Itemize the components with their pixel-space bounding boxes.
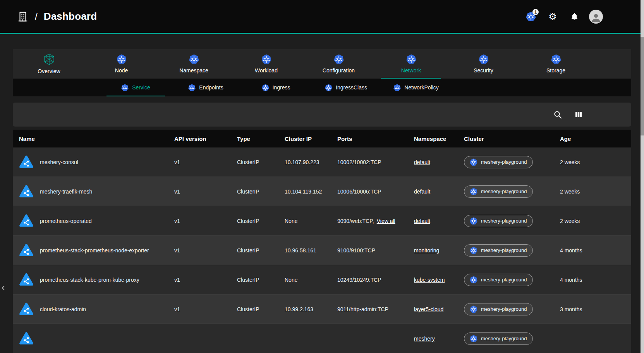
service-icon [19, 302, 34, 317]
view-all-ports-link[interactable]: View all [377, 218, 395, 224]
tab-label: Configuration [323, 67, 355, 74]
table-row[interactable]: prometheus-operated v1 ClusterIP None 90… [13, 206, 631, 236]
resource-tab[interactable]: Security [447, 49, 520, 79]
kubernetes-icon [470, 217, 477, 225]
namespace-link[interactable]: monitoring [414, 247, 439, 254]
resource-tab[interactable]: Configuration [302, 49, 375, 79]
name-cell: prometheus-stack-prometheus-node-exporte… [13, 243, 168, 258]
kubernetes-icon [406, 54, 416, 64]
table-row[interactable]: cloud-kratos-admin v1 ClusterIP 10.99.2.… [13, 295, 631, 324]
sub-tab[interactable]: Endpoints [171, 79, 241, 96]
sub-tab-label: Endpoints [199, 84, 223, 91]
cluster-chip[interactable]: meshery-playground [464, 303, 533, 315]
age-cell: 2 weeks [554, 159, 631, 165]
cluster-cell: meshery-playground [458, 215, 554, 227]
service-icon [19, 214, 34, 228]
sub-tab[interactable]: Ingress [241, 79, 311, 96]
column-header[interactable]: Type [231, 135, 278, 142]
namespace-link[interactable]: kube-system [414, 277, 445, 283]
notifications-button[interactable] [567, 10, 581, 24]
kubernetes-icon [551, 54, 561, 64]
cluster-chip[interactable]: meshery-playground [464, 185, 533, 198]
sub-tab[interactable]: NetworkPolicy [381, 79, 451, 96]
column-header[interactable]: Namespace [408, 135, 458, 142]
resource-tab[interactable]: Overview [13, 49, 85, 79]
cluster-chip[interactable]: meshery-playground [464, 215, 533, 227]
cluster-chip[interactable]: meshery-playground [464, 244, 533, 257]
api-version-cell: v1 [168, 247, 231, 254]
ports-cell: 10006/10006:TCP [331, 188, 408, 195]
mesh-overview-icon [43, 53, 55, 65]
resource-tab[interactable]: Network [375, 49, 447, 79]
settings-button[interactable]: ⚙ [546, 10, 560, 24]
tab-label: Overview [38, 68, 60, 74]
service-icon [19, 243, 34, 258]
dashboard-page: / Dashboard 1 ⚙ Overview [0, 0, 644, 353]
tab-label: Storage [546, 67, 565, 74]
chevron-left-icon [0, 284, 7, 292]
cluster-cell: meshery-playground [458, 185, 554, 198]
namespace-link[interactable]: default [414, 218, 430, 224]
table-row[interactable]: meshery-consul v1 ClusterIP 10.107.90.22… [13, 147, 631, 177]
cluster-chip[interactable]: meshery-playground [464, 332, 533, 345]
namespace-link[interactable]: layer5-cloud [414, 306, 443, 312]
ports-cell: 9090/web:TCP,View all [331, 218, 408, 224]
cluster-ip-cell: 10.96.58.161 [278, 247, 331, 254]
table-header-row: Name API version Type Cluster IP Ports N… [13, 130, 631, 147]
drawer-collapse-button[interactable] [0, 283, 7, 293]
service-name: prometheus-stack-kube-prom-kube-proxy [40, 277, 139, 283]
namespace-cell: layer5-cloud [408, 306, 458, 312]
search-button[interactable] [552, 109, 563, 120]
cluster-chip[interactable]: meshery-playground [464, 156, 533, 168]
column-header[interactable]: API version [168, 135, 231, 142]
sub-tab[interactable]: Service [101, 79, 171, 96]
view-columns-button[interactable] [573, 109, 584, 120]
column-header[interactable]: Name [13, 135, 168, 142]
kubernetes-icon [325, 84, 332, 91]
user-avatar[interactable] [589, 10, 603, 24]
sub-tab[interactable]: IngressClass [311, 79, 381, 96]
resource-tab[interactable]: Workload [230, 49, 302, 79]
namespace-link[interactable]: default [414, 159, 430, 165]
namespace-link[interactable]: default [414, 188, 430, 195]
service-name: meshery-consul [40, 159, 78, 165]
namespace-cell: monitoring [408, 247, 458, 254]
table-body: meshery-consul v1 ClusterIP 10.107.90.22… [13, 147, 631, 353]
gear-icon: ⚙ [548, 12, 557, 21]
page-title: Dashboard [44, 10, 97, 22]
namespace-cell: kube-system [408, 277, 458, 283]
name-cell: meshery-consul [13, 155, 168, 170]
service-name: prometheus-operated [40, 218, 92, 224]
kubernetes-icon [470, 247, 477, 254]
resource-tabs: Overview Node Namespace Workload [13, 49, 631, 79]
organization-icon[interactable] [17, 11, 29, 22]
namespace-cell: default [408, 159, 458, 165]
column-header[interactable]: Cluster [458, 135, 554, 142]
kubernetes-icon [334, 54, 344, 64]
column-header[interactable]: Age [554, 135, 631, 142]
kubernetes-icon [393, 84, 401, 91]
vertical-scrollbar[interactable] [641, 0, 644, 353]
resource-tab[interactable]: Namespace [158, 49, 230, 79]
columns-icon [574, 110, 583, 119]
table-row[interactable]: prometheus-stack-kube-prom-kube-proxy v1… [13, 265, 631, 295]
tab-label: Workload [255, 67, 278, 74]
cluster-chip[interactable]: meshery-playground [464, 274, 533, 286]
column-header[interactable]: Ports [331, 135, 408, 142]
app-bar-actions: 1 ⚙ [524, 10, 603, 24]
table-row[interactable]: prometheus-stack-prometheus-node-exporte… [13, 236, 631, 265]
kubernetes-context-button[interactable]: 1 [524, 10, 538, 24]
resource-tab[interactable]: Storage [520, 49, 592, 79]
kubernetes-icon [470, 158, 477, 166]
bell-icon [570, 12, 579, 21]
age-cell: 2 weeks [554, 188, 631, 195]
resource-tab[interactable]: Node [85, 49, 158, 79]
table-row[interactable]: meshery-traefik-mesh v1 ClusterIP 10.104… [13, 177, 631, 206]
type-cell: ClusterIP [231, 159, 278, 165]
column-header[interactable]: Cluster IP [278, 135, 331, 142]
namespace-link[interactable]: meshery [414, 336, 435, 342]
api-version-cell: v1 [168, 277, 231, 283]
sub-tab-label: IngressClass [336, 84, 367, 91]
scrollbar-thumb[interactable] [641, 37, 644, 135]
table-row[interactable]: meshery meshery-playground [13, 324, 631, 353]
